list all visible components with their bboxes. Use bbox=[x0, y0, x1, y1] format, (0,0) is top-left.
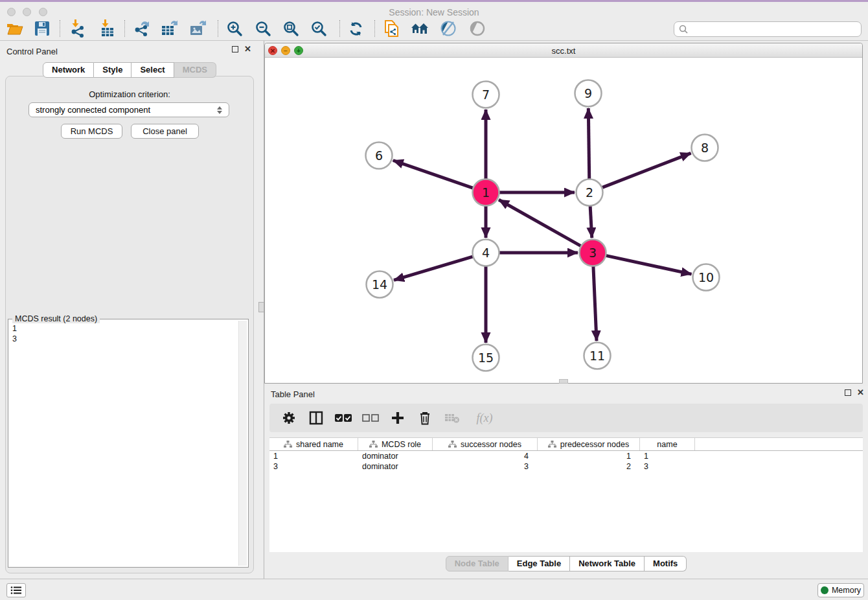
node-label: 10 bbox=[698, 270, 714, 284]
add-column-icon[interactable] bbox=[389, 409, 407, 427]
zoom-out-icon[interactable] bbox=[252, 19, 274, 38]
search-input[interactable] bbox=[689, 23, 861, 36]
home-icon[interactable] bbox=[409, 19, 431, 38]
close-table-panel-icon[interactable]: ✕ bbox=[857, 389, 864, 396]
tab-edge-table[interactable]: Edge Table bbox=[508, 556, 570, 571]
edge-1-6[interactable] bbox=[393, 161, 474, 189]
zoom-in-icon[interactable] bbox=[223, 19, 246, 38]
refresh-icon[interactable] bbox=[345, 19, 367, 38]
edge-2-8[interactable] bbox=[602, 153, 691, 187]
table-row[interactable]: 1dominator411 bbox=[269, 451, 863, 461]
table-header-row: shared nameMCDS rolesuccessor nodesprede… bbox=[269, 438, 863, 451]
edge-4-14[interactable] bbox=[394, 257, 473, 281]
node-label: 15 bbox=[478, 351, 494, 365]
selected-criterion: strongly connected component bbox=[36, 105, 150, 115]
node-label: 11 bbox=[589, 349, 605, 363]
network-resize-grip[interactable] bbox=[559, 379, 568, 384]
column-header-name[interactable]: name bbox=[640, 438, 695, 450]
node-label: 9 bbox=[584, 86, 592, 100]
zoom-selected-icon[interactable] bbox=[308, 19, 330, 38]
main-toolbar bbox=[0, 17, 868, 41]
node-label: 1 bbox=[482, 185, 490, 200]
network-canvas[interactable]: 7968124314101511 bbox=[265, 58, 862, 383]
column-header-successor-nodes[interactable]: successor nodes bbox=[433, 438, 538, 450]
memory-button[interactable]: Memory bbox=[817, 583, 864, 597]
graph-node-9[interactable]: 9 bbox=[575, 80, 602, 107]
edge-3-1[interactable] bbox=[499, 200, 581, 246]
edge-2-9[interactable] bbox=[588, 108, 589, 179]
eye-icon[interactable] bbox=[466, 19, 488, 38]
cell-MCDS-role: dominator bbox=[358, 461, 433, 472]
column-header-MCDS-role[interactable]: MCDS role bbox=[358, 438, 433, 450]
import-network-icon[interactable] bbox=[67, 19, 89, 38]
column-label: name bbox=[657, 440, 677, 449]
run-mcds-button[interactable]: Run MCDS bbox=[61, 124, 122, 139]
edge-2-3[interactable] bbox=[590, 205, 592, 238]
edge-3-10[interactable] bbox=[606, 255, 691, 274]
node-table: shared nameMCDS rolesuccessor nodesprede… bbox=[269, 437, 863, 552]
network-window-titlebar: ✕ − + scc.txt bbox=[265, 43, 862, 58]
open-file-icon[interactable] bbox=[4, 19, 26, 38]
cell-shared-name: 1 bbox=[269, 451, 358, 461]
node-label: 8 bbox=[701, 141, 709, 155]
close-panel-button[interactable]: Close panel bbox=[131, 124, 199, 139]
delete-column-icon[interactable] bbox=[416, 409, 434, 427]
graph-node-14[interactable]: 14 bbox=[367, 271, 393, 298]
export-image-icon[interactable] bbox=[187, 19, 209, 38]
graph-node-11[interactable]: 11 bbox=[584, 343, 611, 369]
search-icon bbox=[679, 25, 689, 34]
float-table-panel-icon[interactable] bbox=[845, 389, 851, 396]
tab-network-table[interactable]: Network Table bbox=[570, 556, 645, 571]
node-label: 7 bbox=[482, 87, 490, 102]
tab-select[interactable]: Select bbox=[131, 62, 174, 78]
graph-node-4[interactable]: 4 bbox=[473, 240, 499, 266]
cell-MCDS-role: dominator bbox=[358, 451, 433, 461]
graph-node-15[interactable]: 15 bbox=[473, 345, 499, 371]
gear-icon[interactable] bbox=[280, 409, 298, 427]
zoom-fit-icon[interactable] bbox=[280, 19, 302, 38]
table-panel: Table Panel ✕ f(x) shared nameMCDS roles… bbox=[264, 386, 868, 579]
mcds-result-text: 1 3 bbox=[12, 323, 17, 344]
export-table-icon[interactable] bbox=[159, 19, 181, 38]
column-label: shared name bbox=[296, 440, 343, 449]
column-type-icon bbox=[369, 441, 378, 448]
graph-node-6[interactable]: 6 bbox=[366, 143, 393, 169]
export-network-icon[interactable] bbox=[131, 19, 154, 38]
import-table-icon[interactable] bbox=[97, 19, 119, 38]
divider-grip[interactable] bbox=[258, 302, 264, 312]
toolbar-separator bbox=[218, 20, 218, 37]
column-label: successor nodes bbox=[461, 440, 521, 449]
mcds-result-title: MCDS result (2 nodes) bbox=[12, 314, 100, 323]
optimization-criterion-select[interactable]: strongly connected component bbox=[29, 102, 229, 117]
apply-style-icon[interactable] bbox=[437, 19, 459, 38]
edge-3-11[interactable] bbox=[593, 266, 597, 341]
graph-node-10[interactable]: 10 bbox=[693, 264, 720, 291]
cell-shared-name: 3 bbox=[269, 461, 358, 472]
split-columns-icon[interactable] bbox=[307, 409, 325, 427]
column-header-predecessor-nodes[interactable]: predecessor nodes bbox=[538, 438, 640, 450]
graph-node-2[interactable]: 2 bbox=[577, 179, 603, 206]
cell-predecessor-nodes: 2 bbox=[538, 461, 640, 472]
result-scrollbar[interactable] bbox=[238, 321, 247, 566]
graph-node-1[interactable]: 1 bbox=[473, 179, 499, 206]
table-row[interactable]: 3dominator323 bbox=[269, 461, 863, 472]
tab-mcds[interactable]: MCDS bbox=[174, 62, 216, 78]
duplicate-network-icon[interactable] bbox=[381, 19, 403, 38]
close-panel-icon[interactable]: ✕ bbox=[244, 46, 251, 52]
graph-node-3[interactable]: 3 bbox=[580, 240, 606, 266]
tab-motifs[interactable]: Motifs bbox=[645, 556, 687, 571]
node-label: 3 bbox=[589, 246, 597, 260]
task-history-button[interactable] bbox=[6, 583, 26, 597]
cell-name: 1 bbox=[640, 451, 695, 461]
unselect-all-icon[interactable] bbox=[361, 409, 380, 427]
tab-network[interactable]: Network bbox=[43, 62, 94, 78]
tab-style[interactable]: Style bbox=[94, 62, 131, 78]
column-header-shared-name[interactable]: shared name bbox=[269, 438, 358, 450]
select-all-icon[interactable] bbox=[334, 409, 352, 427]
graph-node-7[interactable]: 7 bbox=[473, 82, 499, 108]
graph-node-8[interactable]: 8 bbox=[692, 135, 718, 161]
save-session-icon[interactable] bbox=[31, 19, 53, 38]
float-panel-icon[interactable] bbox=[232, 46, 238, 52]
tab-node-table[interactable]: Node Table bbox=[446, 556, 508, 571]
control-panel: Control Panel ✕ NetworkStyleSelectMCDS O… bbox=[0, 41, 259, 579]
